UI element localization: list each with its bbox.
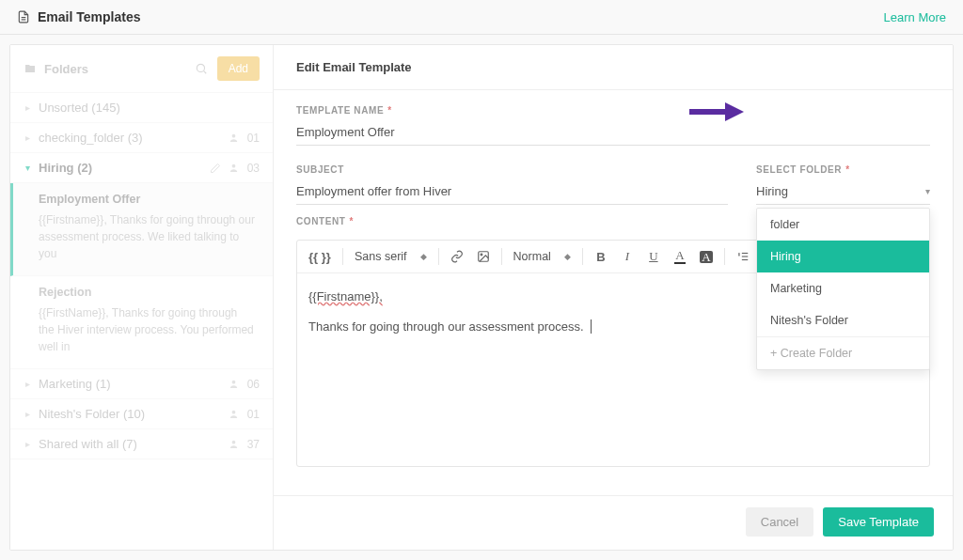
folder-label: Shared with all (7) [39, 437, 229, 451]
label-select-folder: SELECT FOLDER* [756, 164, 930, 175]
topbar: Email Templates Learn More [0, 0, 963, 35]
font-family-select[interactable]: Sans serif◆ [349, 244, 433, 269]
select-folder-dropdown[interactable]: Hiring ▾ [756, 180, 930, 205]
folder-item-nitesh[interactable]: ▸ Nitesh's Folder (10) 01 [10, 399, 273, 429]
folder-item-marketing[interactable]: ▸ Marketing (1) 06 [10, 369, 273, 399]
caret-right-icon: ▸ [24, 102, 31, 113]
folder-dropdown-menu: folder Hiring Marketing Nitesh's Folder … [756, 208, 930, 370]
background-color-button[interactable]: A [694, 244, 718, 269]
separator [501, 248, 502, 265]
main: Folders Add ▸ Unsorted (145) ▸ checking_… [9, 44, 954, 551]
sidebar: Folders Add ▸ Unsorted (145) ▸ checking_… [10, 45, 274, 550]
italic-button[interactable]: I [615, 244, 639, 269]
dropdown-option-hiring[interactable]: Hiring [757, 241, 929, 272]
user-icon [229, 132, 239, 143]
separator [438, 248, 439, 265]
document-icon [17, 10, 30, 23]
editor-panel: Edit Email Template TEMPLATE NAME* SUBJE… [274, 45, 953, 550]
share-count: 01 [243, 408, 260, 421]
caret-right-icon: ▸ [24, 379, 31, 389]
user-icon [229, 439, 239, 449]
folder-item-unsorted[interactable]: ▸ Unsorted (145) [10, 93, 273, 123]
svg-point-4 [232, 134, 236, 138]
folder-item-hiring[interactable]: ▾ Hiring (2) 03 [10, 153, 273, 183]
folder-label: Nitesh's Folder (10) [39, 407, 229, 421]
learn-more-link[interactable]: Learn More [884, 10, 946, 24]
label-subject: SUBJECT [296, 164, 728, 175]
pencil-icon[interactable] [210, 163, 221, 174]
link-icon[interactable] [445, 244, 469, 269]
template-title: Employment Offer [39, 193, 256, 206]
caret-right-icon: ▸ [24, 439, 31, 449]
svg-line-3 [203, 71, 206, 74]
caret-right-icon: ▸ [24, 409, 31, 419]
template-preview: {{Firstname}}, Thanks for going through … [39, 211, 256, 262]
content-line-2: Thanks for going through our assessment … [308, 319, 584, 334]
font-size-select[interactable]: Normal◆ [508, 244, 576, 269]
template-item-rejection[interactable]: Rejection {{FirstName}}, Thanks for goin… [10, 276, 273, 369]
user-icon [229, 163, 239, 173]
separator [342, 248, 343, 265]
dropdown-option-marketing[interactable]: Marketing [757, 272, 929, 304]
folder-item-checking[interactable]: ▸ checking_folder (3) 01 [10, 123, 273, 153]
folder-label: Marketing (1) [39, 377, 229, 391]
folder-item-shared-all[interactable]: ▸ Shared with all (7) 37 [10, 429, 273, 459]
editor-title: Edit Email Template [296, 60, 930, 74]
chevron-down-icon: ▾ [925, 186, 930, 196]
dropdown-option-folder[interactable]: folder [757, 209, 929, 241]
share-count: 06 [243, 378, 260, 391]
dropdown-option-nitesh[interactable]: Nitesh's Folder [757, 304, 929, 336]
template-item-employment-offer[interactable]: Employment Offer {{Firstname}}, Thanks f… [10, 183, 273, 276]
caret-down-icon: ▾ [24, 163, 31, 173]
cancel-button[interactable]: Cancel [746, 507, 813, 537]
editor-header: Edit Email Template [274, 45, 953, 90]
caret-right-icon: ▸ [24, 132, 31, 143]
sidebar-title: Folders [44, 62, 88, 76]
editor-body: TEMPLATE NAME* SUBJECT SELECT FOLDER* Hi… [274, 90, 953, 495]
template-name-input[interactable] [296, 121, 930, 146]
user-icon [229, 409, 239, 419]
sidebar-header: Folders Add [10, 45, 273, 93]
svg-point-7 [232, 411, 236, 414]
numbered-list-button[interactable] [731, 244, 755, 269]
label-template-name: TEMPLATE NAME* [296, 105, 930, 116]
editor-footer: Cancel Save Template [274, 495, 953, 550]
svg-point-8 [232, 441, 236, 444]
folder-label: checking_folder (3) [39, 131, 229, 145]
share-count: 01 [243, 132, 260, 145]
dropdown-create-folder[interactable]: + Create Folder [757, 336, 929, 369]
insert-variable-button[interactable]: {{ }} [303, 244, 337, 269]
folder-icon [24, 63, 37, 74]
folder-label: Unsorted (145) [39, 101, 260, 115]
svg-point-5 [232, 164, 236, 168]
select-folder-value: Hiring [756, 184, 788, 198]
svg-point-6 [232, 381, 236, 384]
subject-input[interactable] [296, 180, 728, 205]
page-title: Email Templates [38, 9, 140, 24]
add-folder-button[interactable]: Add [217, 56, 260, 81]
template-preview: {{FirstName}}, Thanks for going through … [39, 304, 256, 355]
template-title: Rejection [39, 286, 256, 299]
underline-button[interactable]: U [641, 244, 666, 269]
user-icon [229, 379, 239, 389]
folder-list: ▸ Unsorted (145) ▸ checking_folder (3) 0… [10, 93, 273, 550]
image-icon[interactable] [471, 244, 496, 269]
share-count: 37 [243, 438, 260, 451]
save-template-button[interactable]: Save Template [823, 507, 934, 537]
svg-point-10 [481, 254, 482, 256]
content-line-1: {{Firstname}}, [308, 289, 383, 303]
share-count: 03 [243, 162, 260, 175]
app-root: Email Templates Learn More Folders Add ▸… [0, 0, 963, 560]
text-color-button[interactable]: A [668, 244, 692, 269]
bold-button[interactable]: B [589, 244, 613, 269]
select-folder-wrap: SELECT FOLDER* Hiring ▾ folder Hiring Ma… [756, 164, 930, 205]
svg-point-2 [197, 64, 204, 71]
separator [724, 248, 725, 265]
subject-field-wrap: SUBJECT [296, 164, 728, 205]
search-icon[interactable] [195, 62, 208, 75]
separator [582, 248, 583, 265]
folder-label: Hiring (2) [39, 161, 210, 175]
